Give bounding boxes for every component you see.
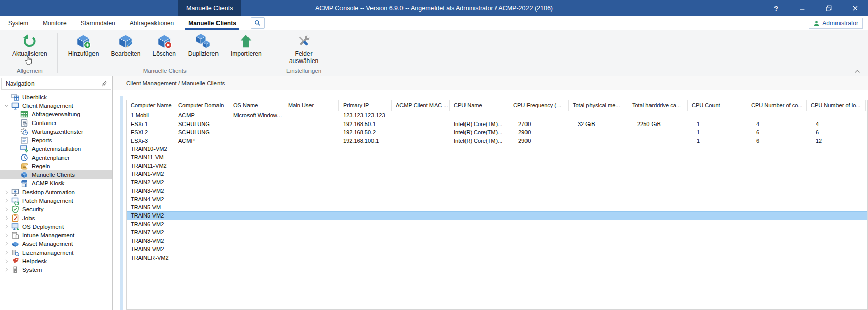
nav-item-asset-management[interactable]: Asset Management: [0, 239, 112, 248]
nav-item-os-deployment[interactable]: OS Deployment: [0, 222, 112, 231]
menu-item-abfrageaktionen[interactable]: Abfrageaktionen: [129, 16, 175, 30]
nav-item-manuelle-clients[interactable]: Manuelle Clients: [0, 170, 112, 179]
nav-item-reports[interactable]: Reports: [0, 136, 112, 144]
table-row-train8-vm2[interactable]: TRAIN8-VM2: [127, 237, 867, 245]
chevron-collapsed-icon[interactable]: [2, 197, 11, 204]
nav-item-desktop-automation[interactable]: Desktop Automation: [0, 188, 112, 196]
table-row-train11-vm[interactable]: TRAIN11-VM: [127, 153, 867, 161]
panel-splitter[interactable]: [120, 96, 123, 310]
table-cell: 123.123.123.123: [339, 112, 392, 118]
help-icon: ?: [774, 5, 778, 12]
nav-item-agentenplaner[interactable]: Agentenplaner: [0, 153, 112, 162]
table-cell: TRAIN11-VM: [127, 154, 174, 160]
importieren-button[interactable]: Importieren: [225, 33, 268, 67]
table-body: 1-MobilACMPMicrosoft Window...123.123.12…: [127, 111, 867, 262]
table-row-1-mobil[interactable]: 1-MobilACMPMicrosoft Window...123.123.12…: [127, 111, 867, 119]
nav-item-lizenzmanagement[interactable]: Lizenzmanagement: [0, 248, 112, 257]
chevron-collapsed-icon[interactable]: [2, 232, 11, 239]
chevron-collapsed-icon[interactable]: [2, 206, 11, 213]
nav-item-helpdesk[interactable]: Helpdesk: [0, 257, 112, 265]
table-row-train3-vm2[interactable]: TRAIN3-VM2: [127, 187, 867, 195]
column-header-main-user[interactable]: Main User: [284, 100, 339, 111]
window-title: ACMP Console -- Version 6.9.0 -- Angemel…: [0, 0, 868, 16]
chevron-collapsed-icon[interactable]: [2, 266, 11, 273]
table-row-esxi-3[interactable]: ESXi-3ACMP192.168.100.1Intel(R) Core(TM)…: [127, 136, 867, 144]
main-area: Client Management / Manuelle Clients Com…: [113, 76, 868, 310]
column-header-cpu-frequency[interactable]: CPU Frequency (...: [509, 100, 569, 111]
column-header-cpu-name[interactable]: CPU Name: [450, 100, 509, 111]
table-row-train4-vm2[interactable]: TRAIN4-VM2: [127, 195, 867, 203]
column-header-computer-domain[interactable]: Computer Domain: [174, 100, 229, 111]
column-header-label: Total physical me...: [573, 102, 621, 108]
nav-item-agenteninstallation[interactable]: Agenteninstallation: [0, 144, 112, 153]
bearbeiten-button[interactable]: Bearbeiten: [105, 33, 146, 67]
table-row-esxi-1[interactable]: ESXi-1SCHULUNG192.168.50.1Intel(R) Core(…: [127, 119, 867, 128]
aktualisieren-button[interactable]: Aktualisieren: [6, 33, 53, 67]
nav-item-abfrageverwaltung[interactable]: Abfrageverwaltung: [0, 110, 112, 118]
nav-item-label: System: [22, 267, 42, 273]
hinzuf-gen-button[interactable]: Hinzufügen: [62, 33, 105, 67]
column-header-acmp-client-mac[interactable]: ACMP Client MAC ...: [392, 100, 450, 111]
nav-item-security[interactable]: Security: [0, 205, 112, 213]
nav-item-patch-management[interactable]: Patch Management: [0, 196, 112, 205]
collapse-ribbon-button[interactable]: [854, 67, 861, 73]
chevron-collapsed-icon[interactable]: [2, 240, 11, 247]
menu-item-monitore[interactable]: Monitore: [42, 16, 68, 30]
nav-item-berblick[interactable]: Überblick: [0, 92, 112, 101]
user-button[interactable]: Administrator: [809, 18, 863, 29]
column-header-primary-ip[interactable]: Primary IP: [339, 100, 392, 111]
chevron-collapsed-icon[interactable]: [2, 249, 11, 256]
table-row-train10-vm2[interactable]: TRAIN10-VM2: [127, 145, 867, 153]
l-schen-button[interactable]: Löschen: [146, 33, 181, 67]
table-row-train2-vm2[interactable]: TRAIN2-VM2: [127, 178, 867, 187]
titlebar-active-tab[interactable]: Manuelle Clients: [178, 0, 241, 16]
agent-installation-icon: [20, 145, 28, 153]
nav-item-system[interactable]: System: [0, 265, 112, 274]
table-row-esxi-2[interactable]: ESXi-2SCHULUNG192.168.50.2Intel(R) Core(…: [127, 128, 867, 136]
menu-item-stammdaten[interactable]: Stammdaten: [80, 16, 116, 30]
table-row-train6-vm2[interactable]: TRAIN6-VM2: [127, 220, 867, 228]
column-header-os-name[interactable]: OS Name: [229, 100, 284, 111]
column-header-computer-name[interactable]: Computer Name: [127, 100, 174, 111]
menu-item-manuelle-clients[interactable]: Manuelle Clients: [187, 16, 237, 30]
chevron-collapsed-icon[interactable]: [2, 223, 11, 230]
column-header-label: Main User: [288, 102, 314, 108]
nav-item-label: Regeln: [32, 163, 50, 169]
nav-item-regeln[interactable]: Regeln: [0, 162, 112, 170]
nav-item-client-management[interactable]: Client Management: [0, 101, 112, 110]
chevron-collapsed-icon[interactable]: [2, 214, 11, 222]
search-button[interactable]: [251, 17, 265, 29]
minimize-button[interactable]: [797, 3, 808, 14]
table-row-trainer-vm2[interactable]: TRAINER-VM2: [127, 253, 867, 261]
chevron-expanded-icon[interactable]: [2, 102, 11, 109]
column-header-total-physical-me[interactable]: Total physical me...: [569, 100, 628, 111]
chevron-collapsed-icon[interactable]: [2, 189, 11, 196]
table-cell: Intel(R) Core(TM)...: [450, 138, 509, 144]
nav-item-container[interactable]: Container: [0, 118, 112, 127]
pin-icon[interactable]: [101, 80, 108, 87]
column-header-cpu-number-of-lo[interactable]: CPU Number of lo...: [807, 100, 866, 111]
table-row-train5-vm[interactable]: TRAIN5-VM: [127, 203, 867, 211]
close-button[interactable]: [850, 3, 861, 14]
duplizieren-button[interactable]: Duplizieren: [182, 33, 225, 67]
nav-item-wartungszeitfenster[interactable]: Wartungszeitfenster: [0, 127, 112, 136]
nav-item-acmp-kiosk[interactable]: ACMP Kiosk: [0, 179, 112, 188]
table-row-train9-vm2[interactable]: TRAIN9-VM2: [127, 245, 867, 253]
nav-item-intune-management[interactable]: Intune Management: [0, 231, 112, 239]
maximize-button[interactable]: [823, 3, 834, 14]
column-header-cpu-number-of-co[interactable]: CPU Number of co...: [747, 100, 807, 111]
table-cell: TRAIN1-VM2: [127, 171, 174, 177]
chevron-collapsed-icon[interactable]: [2, 258, 11, 265]
column-header-cpu-count[interactable]: CPU Count: [688, 100, 747, 111]
nav-item-jobs[interactable]: Jobs: [0, 213, 112, 222]
table-row-train7-vm2[interactable]: TRAIN7-VM2: [127, 228, 867, 236]
menu-item-system[interactable]: System: [7, 16, 29, 30]
felder-ausw-hlen-button[interactable]: Felder auswählen: [276, 33, 331, 67]
help-button[interactable]: ?: [770, 3, 782, 14]
nav-item-label: Intune Management: [22, 232, 74, 238]
table-cell: SCHULUNG: [174, 121, 229, 127]
table-row-train1-vm2[interactable]: TRAIN1-VM2: [127, 170, 867, 178]
table-row-train11-vm2[interactable]: TRAIN11-VM2: [127, 162, 867, 170]
table-row-train5-vm2[interactable]: TRAIN5-VM2: [127, 211, 867, 220]
column-header-total-harddrive-ca[interactable]: Total harddrive ca...: [628, 100, 688, 111]
